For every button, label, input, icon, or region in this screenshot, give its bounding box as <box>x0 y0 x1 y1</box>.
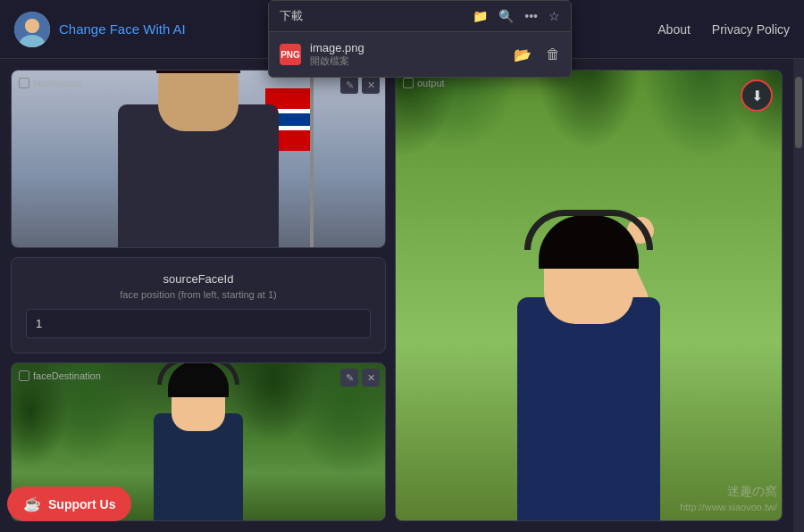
source-face-id-title: sourceFaceId <box>26 272 371 286</box>
face-source-image <box>12 71 385 247</box>
main-nav: About Privacy Policy <box>657 22 790 37</box>
svg-point-3 <box>25 19 39 33</box>
watermark-line2: http://www.xiaovoo.tw/ <box>680 501 777 514</box>
download-button[interactable]: ⬇ <box>741 79 773 112</box>
watermark-line1: 迷趣の窩 <box>680 483 777 501</box>
main-content: faceSource ✎ ✕ <box>0 59 793 532</box>
support-icon: ☕ <box>23 495 41 512</box>
dropdown-header: 下載 📁 🔍 ••• ☆ <box>269 1 571 32</box>
nav-about[interactable]: About <box>657 22 691 37</box>
face-destination-edit-button[interactable]: ✎ <box>340 369 358 387</box>
face-source-edit-button[interactable]: ✎ <box>340 76 358 94</box>
file-type-icon: PNG <box>280 44 301 65</box>
source-face-id-subtitle: face position (from left, starting at 1) <box>26 289 371 300</box>
dropdown-icon-row: 📁 🔍 ••• ☆ <box>473 9 560 23</box>
dropdown-title: 下載 <box>280 8 303 24</box>
scrollbar-thumb[interactable] <box>795 77 802 148</box>
right-panel: output ⬇ <box>395 70 783 521</box>
flag-pole <box>310 71 314 247</box>
app-title: Change Face With AI <box>59 21 186 37</box>
face-source-label: faceSource <box>19 78 83 88</box>
file-name: image.png <box>310 41 505 54</box>
person-hair <box>156 71 240 73</box>
download-dropdown: 下載 📁 🔍 ••• ☆ PNG image.png 開啟檔案 📂 🗑 <box>268 0 572 78</box>
download-item: PNG image.png 開啟檔案 📂 🗑 <box>269 32 571 77</box>
girl-head <box>172 369 225 431</box>
girl-headphones <box>157 363 239 385</box>
output-label: output <box>403 78 445 88</box>
face-source-panel: faceSource ✎ ✕ <box>11 70 386 248</box>
more-icon[interactable]: ••• <box>524 9 538 23</box>
output-girl-headphones <box>524 210 653 250</box>
face-source-actions: ✎ ✕ <box>340 76 380 94</box>
file-status: 開啟檔案 <box>310 54 505 68</box>
panel-dest-icon <box>19 370 29 381</box>
folder-icon[interactable]: 📁 <box>473 9 488 23</box>
source-face-id-panel: sourceFaceId face position (from left, s… <box>11 257 386 353</box>
nav-privacy[interactable]: Privacy Policy <box>712 22 790 37</box>
logo-area: Change Face With AI <box>14 12 186 47</box>
support-us-label: Support Us <box>48 497 115 511</box>
face-source-close-button[interactable]: ✕ <box>362 76 380 94</box>
left-panel: faceSource ✎ ✕ <box>11 70 395 521</box>
face-destination-close-button[interactable]: ✕ <box>362 369 380 387</box>
output-icon <box>403 78 414 88</box>
scrollbar[interactable] <box>793 59 804 532</box>
star-icon[interactable]: ☆ <box>549 9 560 23</box>
output-girl-body <box>517 297 660 520</box>
output-image <box>396 71 782 520</box>
open-folder-icon[interactable]: 📂 <box>514 46 532 63</box>
source-face-id-input[interactable] <box>26 309 371 338</box>
face-destination-actions: ✎ ✕ <box>340 369 380 387</box>
watermark: 迷趣の窩 http://www.xiaovoo.tw/ <box>680 483 777 514</box>
face-destination-label: faceDestination <box>19 370 101 381</box>
output-panel: output ⬇ <box>395 70 783 521</box>
delete-icon[interactable]: 🗑 <box>546 46 560 63</box>
person-head <box>158 71 239 131</box>
panel-icon <box>19 78 29 88</box>
support-us-button[interactable]: ☕ Support Us <box>7 486 131 521</box>
file-info: image.png 開啟檔案 <box>310 41 505 68</box>
output-girl-head <box>544 226 633 324</box>
file-action-buttons: 📂 🗑 <box>514 46 560 63</box>
avatar <box>14 12 50 47</box>
search-icon[interactable]: 🔍 <box>498 9 514 23</box>
